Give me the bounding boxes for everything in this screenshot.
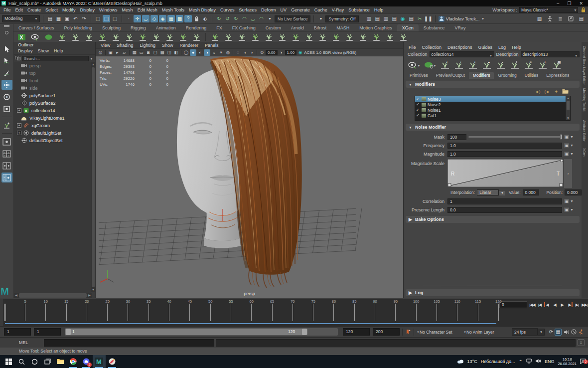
- surface-icon-2[interactable]: ◡: [249, 15, 257, 22]
- xgen-sculpt-guides[interactable]: ‖: [509, 60, 520, 70]
- scroll-up-arrow[interactable]: ▲: [91, 62, 95, 67]
- param-field[interactable]: 1.0: [447, 151, 562, 157]
- symmetry-arrow[interactable]: ▼: [317, 15, 324, 22]
- minimize-button[interactable]: –: [557, 1, 559, 6]
- range-start-handle[interactable]: [66, 329, 71, 335]
- xgen-menu-collection[interactable]: Collection: [422, 45, 442, 50]
- xgen-tab-preview-output[interactable]: Preview/Output: [432, 72, 469, 79]
- pause-icon[interactable]: ❚❚: [425, 15, 432, 22]
- scroll-right-arrow[interactable]: ▶: [87, 293, 92, 298]
- xgen-import-preset[interactable]: ↓: [453, 60, 464, 70]
- layout-four-pane[interactable]: ++++: [1, 149, 12, 159]
- xgen-export-selection-icon[interactable]: X: [15, 32, 27, 41]
- outliner-item-front[interactable]: front: [14, 77, 91, 84]
- make-live-icon[interactable]: ▩: [176, 15, 183, 22]
- go-to-end-button[interactable]: ▶▶|: [581, 301, 588, 308]
- mask-field[interactable]: 100: [447, 134, 466, 140]
- menu-edit[interactable]: Edit: [15, 7, 23, 12]
- play-backwards-button[interactable]: ◀: [551, 301, 558, 308]
- viewport-shaded-icon[interactable]: ●: [190, 49, 196, 56]
- viewport-textured-icon[interactable]: ◐: [197, 49, 203, 56]
- xgen-select-tool-icon[interactable]: [163, 32, 175, 41]
- fps-selector[interactable]: 24 fps: [512, 328, 538, 336]
- go-to-start-button[interactable]: |◀◀: [529, 301, 536, 308]
- menu-mesh-tools[interactable]: Mesh Tools: [162, 7, 184, 12]
- tray-temperature[interactable]: 13°C: [467, 359, 477, 364]
- outliner-menu-display[interactable]: Display: [18, 48, 33, 54]
- map-button[interactable]: ▦: [564, 199, 569, 203]
- xgen-tab-primitives[interactable]: Primitives: [406, 72, 432, 79]
- step-forward-frame-button[interactable]: ▶|: [574, 301, 581, 308]
- chrome-taskbar-icon[interactable]: [67, 355, 80, 368]
- xgen-comb-icon[interactable]: [177, 32, 189, 41]
- sidebar-attribute-editor-icon[interactable]: ≣: [557, 15, 564, 22]
- tray-expand-icon[interactable]: ⌃: [519, 359, 523, 365]
- position-field[interactable]: 0.000: [565, 189, 582, 195]
- menu-cache[interactable]: Cache: [314, 7, 327, 12]
- start-button-taskbar-icon[interactable]: [2, 355, 15, 368]
- outliner-item-side[interactable]: side: [14, 84, 91, 92]
- workspace-selector[interactable]: Maya Classic*▼: [519, 7, 578, 13]
- timeline-ruler[interactable]: 5101520253035404550556065707580859095100…: [4, 299, 497, 326]
- xgen-preview-toggle-icon[interactable]: [96, 32, 108, 41]
- viewport-menu-shading[interactable]: Shading: [117, 43, 133, 48]
- collection-selector[interactable]: collection14▼: [430, 51, 494, 57]
- task-view-button-taskbar-icon[interactable]: [41, 355, 54, 368]
- viewport-gate-mask-icon[interactable]: ▢: [152, 49, 158, 56]
- viewport-xray-icon[interactable]: ◖: [242, 49, 248, 56]
- modifier-cut1[interactable]: ✓Cut1: [415, 113, 570, 118]
- surface-icon-3[interactable]: ◠: [258, 15, 265, 22]
- sidebar-channel-box-icon[interactable]: ▤: [578, 15, 585, 22]
- xgen-primitive-display[interactable]: ▼: [424, 60, 437, 70]
- ramp-widget[interactable]: R T: [447, 159, 563, 188]
- close-button[interactable]: ✕: [579, 1, 583, 6]
- xgen-clear-preview-icon[interactable]: [123, 32, 135, 41]
- param-menu-arrow[interactable]: ▼: [570, 199, 574, 203]
- xgen-display-toggle[interactable]: ▼: [408, 60, 421, 70]
- launch-render-icon[interactable]: ▤: [408, 15, 415, 22]
- viewport-grid-icon[interactable]: ▦: [131, 49, 138, 56]
- move-up-stack-icon[interactable]: ◄): [535, 89, 541, 94]
- step-back-key-button[interactable]: ◀: [544, 301, 551, 308]
- open-folder-icon[interactable]: [562, 89, 569, 95]
- xgen-add-guide[interactable]: +: [467, 60, 478, 70]
- outliner-item-persp[interactable]: persp: [14, 62, 91, 69]
- viewport-exposure-icon[interactable]: ⊙: [259, 49, 265, 56]
- panel-tab-attribute-editor[interactable]: Attribute Editor: [583, 120, 586, 142]
- menu-windows[interactable]: Windows: [99, 7, 118, 12]
- shelf-tab-motion-graphics[interactable]: Motion Graphics: [354, 24, 397, 31]
- character-set-selector[interactable]: No Character Set: [420, 328, 463, 336]
- shelf-tab-rendering[interactable]: Rendering: [181, 24, 212, 31]
- viewport-film-gate-icon[interactable]: ▭: [138, 49, 145, 56]
- shelf-tab-mash[interactable]: MASH: [331, 24, 354, 31]
- snap-curve-icon[interactable]: ◡: [142, 15, 149, 22]
- viewport-use-all-lights-icon[interactable]: ◑: [204, 49, 210, 56]
- undo-icon[interactable]: ↶: [72, 15, 79, 22]
- menu-help[interactable]: Help: [374, 7, 384, 12]
- scroll-left-arrow[interactable]: ◀: [14, 293, 18, 298]
- language-indicator[interactable]: ENG: [545, 359, 555, 364]
- viewport-camera-lock-icon[interactable]: ▣: [107, 49, 114, 56]
- save-scene-icon[interactable]: ▣: [63, 15, 71, 22]
- live-surface-arrow[interactable]: ▼: [266, 15, 274, 22]
- outliner-item-polySurface2[interactable]: polySurface2: [14, 99, 91, 107]
- xgen-tab-grooming[interactable]: Grooming: [494, 72, 520, 79]
- param-menu-arrow[interactable]: ▼: [570, 152, 574, 156]
- layout-single[interactable]: [1, 137, 12, 147]
- xgen-groom-noise-icon[interactable]: [290, 32, 301, 41]
- value-field[interactable]: 0.000: [523, 189, 540, 195]
- gamma-field[interactable]: 1.00: [285, 50, 297, 55]
- description-selector[interactable]: description13▼: [521, 51, 580, 57]
- noise-modifier-section-header[interactable]: ▼Noise Modifier: [406, 124, 580, 131]
- xgen-create-description-icon[interactable]: +: [440, 60, 450, 70]
- xgen-tab-expressions[interactable]: Expressions: [542, 72, 573, 79]
- auto-key-icon[interactable]: +: [405, 329, 411, 335]
- menu-set-selector[interactable]: Modeling▼: [2, 15, 40, 22]
- fps-arrow[interactable]: ▼: [538, 329, 545, 336]
- clock[interactable]: 16:18 26.08.2021: [558, 357, 577, 366]
- move-down-stack-icon[interactable]: (►: [545, 89, 551, 94]
- xgen-groom-attract-icon[interactable]: [343, 32, 355, 41]
- param-menu-arrow[interactable]: ▼: [570, 144, 574, 147]
- no-live-surface-field[interactable]: No Live Surface: [275, 15, 310, 22]
- mel-label[interactable]: MEL: [0, 340, 44, 345]
